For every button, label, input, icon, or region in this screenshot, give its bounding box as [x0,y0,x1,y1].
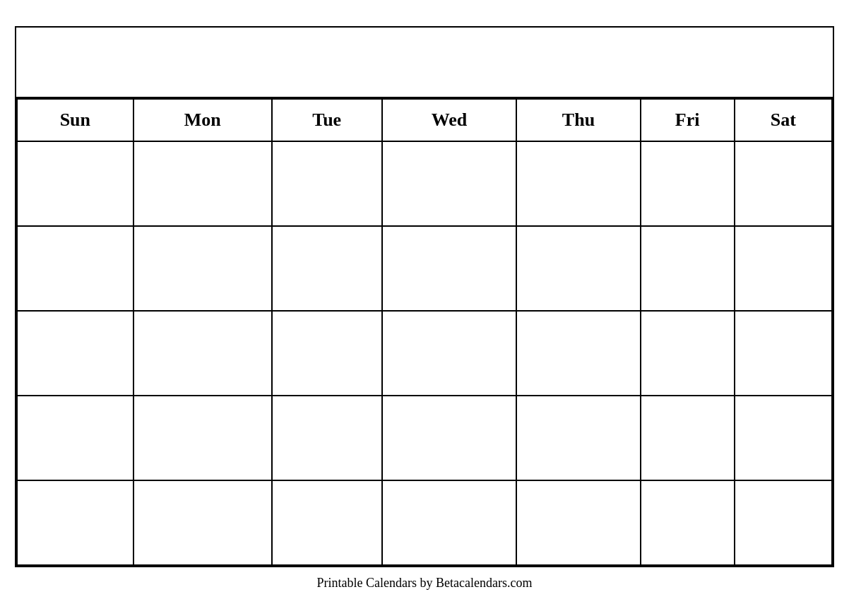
week2-thu [516,226,640,311]
week1-sun [17,141,133,226]
week3-mon [133,311,272,396]
week3-wed [382,311,517,396]
calendar-title-row [16,28,833,98]
week4-tue [272,396,382,480]
header-thu: Thu [516,99,640,141]
week4-sun [17,396,133,480]
week5-thu [516,480,640,565]
calendar-container: Sun Mon Tue Wed Thu Fri Sat [15,26,834,567]
week4-wed [382,396,517,480]
calendar-header-row: Sun Mon Tue Wed Thu Fri Sat [17,99,832,141]
week5-mon [133,480,272,565]
header-tue: Tue [272,99,382,141]
week3-tue [272,311,382,396]
week2-tue [272,226,382,311]
week5-fri [641,480,735,565]
calendar-week-3 [17,311,832,396]
week5-sun [17,480,133,565]
calendar-week-2 [17,226,832,311]
header-wed: Wed [382,99,517,141]
calendar-week-5 [17,480,832,565]
week1-tue [272,141,382,226]
week1-wed [382,141,517,226]
week1-sat [735,141,832,226]
week4-thu [516,396,640,480]
week2-wed [382,226,517,311]
week1-thu [516,141,640,226]
week4-sat [735,396,832,480]
header-fri: Fri [641,99,735,141]
calendar-wrapper: Sun Mon Tue Wed Thu Fri Sat [15,26,834,591]
week2-mon [133,226,272,311]
week2-sat [735,226,832,311]
header-sat: Sat [735,99,832,141]
footer-text: Printable Calendars by Betacalendars.com [15,576,834,591]
week3-thu [516,311,640,396]
calendar-week-1 [17,141,832,226]
week5-sat [735,480,832,565]
week2-sun [17,226,133,311]
week1-mon [133,141,272,226]
week5-tue [272,480,382,565]
week5-wed [382,480,517,565]
week3-sat [735,311,832,396]
calendar-table: Sun Mon Tue Wed Thu Fri Sat [16,98,833,566]
calendar-week-4 [17,396,832,480]
week1-fri [641,141,735,226]
week4-fri [641,396,735,480]
week3-sun [17,311,133,396]
header-mon: Mon [133,99,272,141]
week3-fri [641,311,735,396]
week4-mon [133,396,272,480]
week2-fri [641,226,735,311]
header-sun: Sun [17,99,133,141]
